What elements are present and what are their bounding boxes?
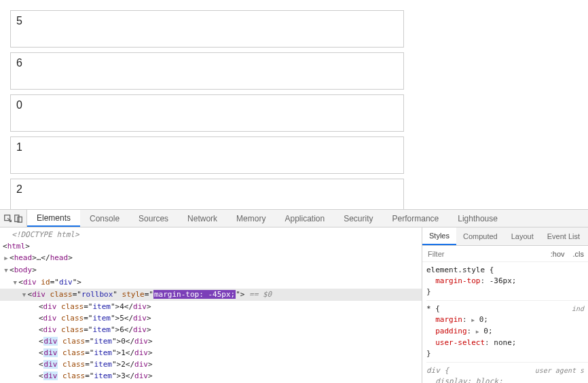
tab-elements[interactable]: Elements	[27, 210, 80, 227]
tab-layout[interactable]: Layout	[504, 227, 540, 245]
styles-panel: Styles Computed Layout Event List :hov .…	[422, 227, 588, 383]
tab-network[interactable]: Network	[178, 210, 227, 227]
rule-source-link[interactable]: ind	[572, 304, 584, 314]
devtools-tabs: Elements Console Sources Network Memory …	[27, 210, 507, 227]
tab-application[interactable]: Application	[275, 210, 334, 227]
svg-rect-1	[15, 215, 19, 221]
devtools-toolbar: Elements Console Sources Network Memory …	[0, 209, 588, 227]
dom-line-item[interactable]: <div class="item">1</div>	[0, 347, 422, 359]
hov-toggle[interactable]: :hov	[547, 250, 569, 258]
tab-event-listeners[interactable]: Event List	[540, 227, 587, 245]
dom-line-div[interactable]: <div id="div">	[0, 276, 422, 289]
list-item: 2	[10, 179, 404, 209]
list-item: 0	[10, 94, 404, 132]
dom-line-item[interactable]: <div class="item">5</div>	[0, 312, 422, 324]
list-item: 5	[10, 10, 404, 48]
rule-source-link: user agent s	[535, 365, 584, 376]
dom-tree[interactable]: <!DOCTYPE html> <html> <head>…</head> <b…	[0, 227, 422, 383]
device-icon[interactable]	[14, 214, 23, 223]
inspect-icon[interactable]	[3, 214, 13, 223]
dom-line-item[interactable]: <div class="item">3</div>	[0, 370, 422, 382]
tab-console[interactable]: Console	[80, 210, 129, 227]
tab-performance[interactable]: Performance	[383, 210, 449, 227]
devtools-body: <!DOCTYPE html> <html> <head>…</head> <b…	[0, 227, 588, 383]
dom-line-rollbox[interactable]: <div class="rollbox" style="margin-top: …	[0, 289, 422, 301]
dom-line-doctype[interactable]: <!DOCTYPE html>	[0, 229, 422, 240]
dom-line-item[interactable]: <div class="item">6</div>	[0, 324, 422, 335]
list-item: 1	[10, 136, 404, 174]
tab-security[interactable]: Security	[334, 210, 382, 227]
dom-line-item[interactable]: <div class="item">4</div>	[0, 301, 422, 312]
rule-element-style[interactable]: element.style { margin-top: -36px; }	[426, 265, 588, 301]
list-item: 6	[10, 52, 404, 90]
page-viewport: 5 6 0 1 2	[0, 0, 588, 209]
tab-lighthouse[interactable]: Lighthouse	[448, 210, 507, 227]
tab-memory[interactable]: Memory	[227, 210, 275, 227]
styles-filter-bar: :hov .cls	[422, 246, 588, 262]
styles-rules[interactable]: element.style { margin-top: -36px; } ind…	[422, 262, 588, 383]
styles-tabs: Styles Computed Layout Event List	[422, 227, 588, 246]
cls-toggle[interactable]: .cls	[569, 250, 589, 258]
dom-line-body[interactable]: <body>	[0, 264, 422, 276]
dom-line-html[interactable]: <html>	[0, 240, 422, 252]
tab-computed[interactable]: Computed	[456, 227, 504, 245]
dom-line-item[interactable]: <div class="item">0</div>	[0, 335, 422, 347]
rule-universal[interactable]: ind * { margin: ▶ 0; padding: ▶ 0; user-…	[426, 304, 588, 363]
devtools-icon-group	[0, 210, 27, 227]
dom-line-head[interactable]: <head>…</head>	[0, 252, 422, 264]
tab-styles[interactable]: Styles	[422, 227, 456, 245]
tab-sources[interactable]: Sources	[129, 210, 178, 227]
items-container: 5 6 0 1 2	[10, 10, 404, 209]
styles-filter-input[interactable]	[422, 250, 547, 258]
dom-line-item[interactable]: <div class="item">2</div>	[0, 359, 422, 370]
rule-div-ua[interactable]: user agent s div { display: block;	[426, 365, 588, 383]
